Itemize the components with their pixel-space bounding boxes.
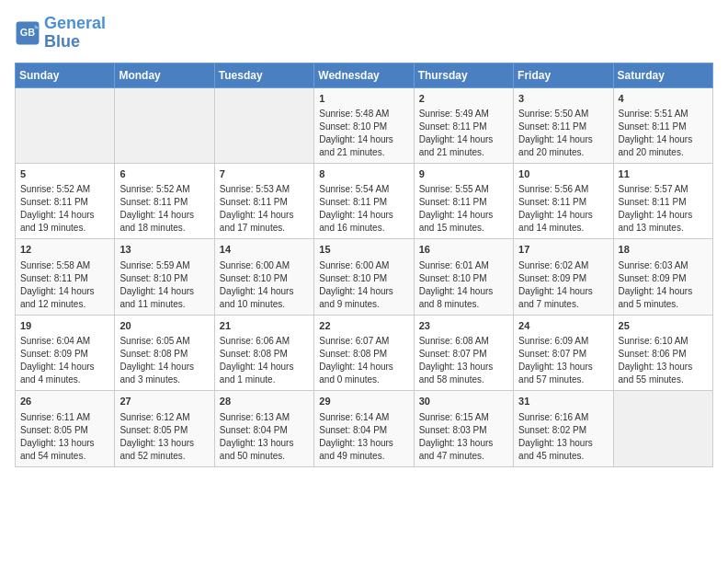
- day-header-friday: Friday: [514, 63, 613, 87]
- calendar-week-3: 12Sunrise: 5:58 AMSunset: 8:11 PMDayligh…: [16, 239, 713, 315]
- day-info: Sunrise: 6:06 AMSunset: 8:08 PMDaylight:…: [220, 335, 309, 386]
- day-number: 31: [518, 395, 608, 408]
- day-info: Sunrise: 6:05 AMSunset: 8:08 PMDaylight:…: [119, 335, 209, 386]
- day-info: Sunrise: 6:00 AMSunset: 8:10 PMDaylight:…: [220, 259, 309, 311]
- calendar-cell: 26Sunrise: 6:11 AMSunset: 8:05 PMDayligh…: [16, 391, 115, 466]
- calendar-week-4: 19Sunrise: 6:04 AMSunset: 8:09 PMDayligh…: [16, 315, 713, 390]
- day-info: Sunrise: 6:14 AMSunset: 8:04 PMDaylight:…: [319, 411, 408, 463]
- day-info: Sunrise: 5:49 AMSunset: 8:11 PMDaylight:…: [419, 108, 508, 159]
- day-info: Sunrise: 6:04 AMSunset: 8:09 PMDaylight:…: [20, 335, 109, 386]
- calendar-cell: 30Sunrise: 6:15 AMSunset: 8:03 PMDayligh…: [414, 391, 513, 466]
- day-info: Sunrise: 5:52 AMSunset: 8:11 PMDaylight:…: [119, 183, 209, 235]
- day-info: Sunrise: 5:59 AMSunset: 8:10 PMDaylight:…: [119, 259, 209, 311]
- day-header-wednesday: Wednesday: [314, 63, 414, 87]
- day-info: Sunrise: 6:00 AMSunset: 8:10 PMDaylight:…: [319, 259, 408, 311]
- day-header-thursday: Thursday: [414, 63, 513, 87]
- day-info: Sunrise: 5:53 AMSunset: 8:11 PMDaylight:…: [220, 183, 309, 235]
- calendar-cell: 7Sunrise: 5:53 AMSunset: 8:11 PMDaylight…: [214, 163, 313, 238]
- day-info: Sunrise: 6:02 AMSunset: 8:09 PMDaylight:…: [518, 259, 608, 311]
- day-number: 14: [220, 243, 309, 257]
- day-number: 30: [419, 395, 508, 408]
- calendar-cell: 16Sunrise: 6:01 AMSunset: 8:10 PMDayligh…: [414, 239, 513, 315]
- day-number: 17: [518, 243, 608, 257]
- day-info: Sunrise: 6:07 AMSunset: 8:08 PMDaylight:…: [319, 335, 408, 386]
- calendar-cell: 5Sunrise: 5:52 AMSunset: 8:11 PMDaylight…: [16, 163, 115, 238]
- calendar-cell: 12Sunrise: 5:58 AMSunset: 8:11 PMDayligh…: [16, 239, 115, 315]
- day-number: 11: [619, 167, 708, 181]
- page-header: GB GeneralBlue: [15, 15, 713, 52]
- day-info: Sunrise: 6:09 AMSunset: 8:07 PMDaylight:…: [518, 335, 608, 386]
- day-info: Sunrise: 6:16 AMSunset: 8:02 PMDaylight:…: [518, 411, 608, 463]
- calendar-cell: 20Sunrise: 6:05 AMSunset: 8:08 PMDayligh…: [115, 315, 214, 390]
- calendar-cell: 22Sunrise: 6:07 AMSunset: 8:08 PMDayligh…: [314, 315, 414, 390]
- day-number: 1: [319, 92, 408, 106]
- calendar-week-5: 26Sunrise: 6:11 AMSunset: 8:05 PMDayligh…: [16, 391, 713, 466]
- calendar-cell: 28Sunrise: 6:13 AMSunset: 8:04 PMDayligh…: [214, 391, 313, 466]
- calendar-cell: 11Sunrise: 5:57 AMSunset: 8:11 PMDayligh…: [613, 163, 712, 238]
- day-info: Sunrise: 5:52 AMSunset: 8:11 PMDaylight:…: [20, 183, 109, 235]
- day-header-tuesday: Tuesday: [214, 63, 313, 87]
- calendar-cell: 21Sunrise: 6:06 AMSunset: 8:08 PMDayligh…: [214, 315, 313, 390]
- day-info: Sunrise: 5:56 AMSunset: 8:11 PMDaylight:…: [518, 183, 608, 235]
- day-number: 12: [20, 243, 109, 257]
- calendar-cell: 10Sunrise: 5:56 AMSunset: 8:11 PMDayligh…: [514, 163, 613, 238]
- calendar-cell: 15Sunrise: 6:00 AMSunset: 8:10 PMDayligh…: [314, 239, 414, 315]
- day-info: Sunrise: 5:51 AMSunset: 8:11 PMDaylight:…: [619, 108, 708, 159]
- calendar-cell: [613, 391, 712, 466]
- day-info: Sunrise: 6:08 AMSunset: 8:07 PMDaylight:…: [419, 335, 508, 386]
- calendar-cell: 9Sunrise: 5:55 AMSunset: 8:11 PMDaylight…: [414, 163, 513, 238]
- calendar-cell: 2Sunrise: 5:49 AMSunset: 8:11 PMDaylight…: [414, 87, 513, 163]
- day-number: 25: [619, 319, 708, 333]
- day-info: Sunrise: 5:58 AMSunset: 8:11 PMDaylight:…: [20, 259, 109, 311]
- calendar-header-row: SundayMondayTuesdayWednesdayThursdayFrid…: [16, 63, 713, 87]
- day-info: Sunrise: 6:11 AMSunset: 8:05 PMDaylight:…: [20, 411, 109, 463]
- day-number: 2: [419, 92, 508, 106]
- calendar-cell: 31Sunrise: 6:16 AMSunset: 8:02 PMDayligh…: [514, 391, 613, 466]
- calendar-cell: 1Sunrise: 5:48 AMSunset: 8:10 PMDaylight…: [314, 87, 414, 163]
- calendar-table: SundayMondayTuesdayWednesdayThursdayFrid…: [15, 63, 713, 467]
- day-number: 19: [20, 319, 109, 333]
- calendar-week-1: 1Sunrise: 5:48 AMSunset: 8:10 PMDaylight…: [16, 87, 713, 163]
- day-info: Sunrise: 5:54 AMSunset: 8:11 PMDaylight:…: [319, 183, 408, 235]
- day-number: 15: [319, 243, 408, 257]
- logo-text: GeneralBlue: [44, 15, 106, 52]
- day-number: 16: [419, 243, 508, 257]
- day-header-sunday: Sunday: [16, 63, 115, 87]
- calendar-cell: 6Sunrise: 5:52 AMSunset: 8:11 PMDaylight…: [115, 163, 214, 238]
- day-info: Sunrise: 5:57 AMSunset: 8:11 PMDaylight:…: [619, 183, 708, 235]
- day-info: Sunrise: 5:50 AMSunset: 8:11 PMDaylight:…: [518, 108, 608, 159]
- calendar-cell: [214, 87, 313, 163]
- day-info: Sunrise: 5:55 AMSunset: 8:11 PMDaylight:…: [419, 183, 508, 235]
- calendar-cell: 18Sunrise: 6:03 AMSunset: 8:09 PMDayligh…: [613, 239, 712, 315]
- calendar-cell: [115, 87, 214, 163]
- day-number: 8: [319, 167, 408, 181]
- day-info: Sunrise: 6:13 AMSunset: 8:04 PMDaylight:…: [220, 411, 309, 463]
- day-number: 5: [20, 167, 109, 181]
- day-number: 28: [220, 395, 309, 408]
- day-number: 6: [119, 167, 209, 181]
- day-info: Sunrise: 6:01 AMSunset: 8:10 PMDaylight:…: [419, 259, 508, 311]
- day-number: 7: [220, 167, 309, 181]
- day-number: 3: [518, 92, 608, 106]
- logo-icon: GB: [15, 20, 40, 46]
- calendar-cell: [16, 87, 115, 163]
- day-number: 4: [619, 92, 708, 106]
- day-number: 27: [119, 395, 209, 408]
- day-number: 20: [119, 319, 209, 333]
- day-number: 22: [319, 319, 408, 333]
- calendar-cell: 19Sunrise: 6:04 AMSunset: 8:09 PMDayligh…: [16, 315, 115, 390]
- day-info: Sunrise: 5:48 AMSunset: 8:10 PMDaylight:…: [319, 108, 408, 159]
- calendar-cell: 23Sunrise: 6:08 AMSunset: 8:07 PMDayligh…: [414, 315, 513, 390]
- day-info: Sunrise: 6:12 AMSunset: 8:05 PMDaylight:…: [119, 411, 209, 463]
- logo: GB GeneralBlue: [15, 15, 106, 52]
- svg-text:GB: GB: [20, 27, 35, 38]
- day-number: 29: [319, 395, 408, 408]
- calendar-cell: 14Sunrise: 6:00 AMSunset: 8:10 PMDayligh…: [214, 239, 313, 315]
- calendar-cell: 3Sunrise: 5:50 AMSunset: 8:11 PMDaylight…: [514, 87, 613, 163]
- day-number: 26: [20, 395, 109, 408]
- day-info: Sunrise: 6:15 AMSunset: 8:03 PMDaylight:…: [419, 411, 508, 463]
- day-number: 10: [518, 167, 608, 181]
- calendar-cell: 17Sunrise: 6:02 AMSunset: 8:09 PMDayligh…: [514, 239, 613, 315]
- day-number: 24: [518, 319, 608, 333]
- day-number: 18: [619, 243, 708, 257]
